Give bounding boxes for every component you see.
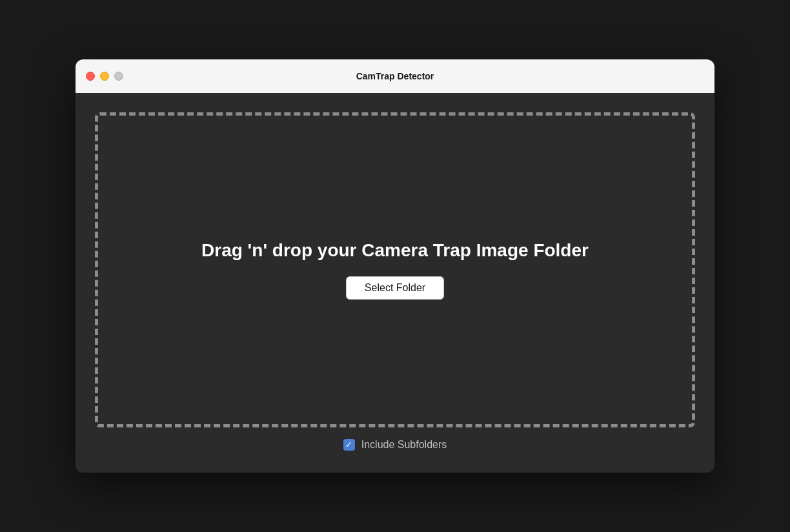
window-title: CamTrap Detector	[356, 71, 434, 81]
include-subfolders-checkbox[interactable]: ✓	[343, 439, 355, 451]
titlebar: CamTrap Detector	[76, 59, 714, 93]
drop-zone-instruction: Drag 'n' drop your Camera Trap Image Fol…	[201, 240, 589, 261]
zoom-button[interactable]	[114, 72, 123, 81]
select-folder-button[interactable]: Select Folder	[346, 276, 444, 300]
minimize-button[interactable]	[100, 72, 109, 81]
traffic-lights	[86, 72, 123, 81]
app-window: CamTrap Detector Drag 'n' drop your Came…	[76, 59, 714, 473]
include-subfolders-label: Include Subfolders	[361, 439, 447, 451]
window-body: Drag 'n' drop your Camera Trap Image Fol…	[76, 93, 714, 473]
close-button[interactable]	[86, 72, 95, 81]
drop-zone[interactable]: Drag 'n' drop your Camera Trap Image Fol…	[95, 112, 695, 427]
checkmark-icon: ✓	[345, 440, 352, 449]
subfolder-row: ✓ Include Subfolders	[343, 439, 447, 451]
